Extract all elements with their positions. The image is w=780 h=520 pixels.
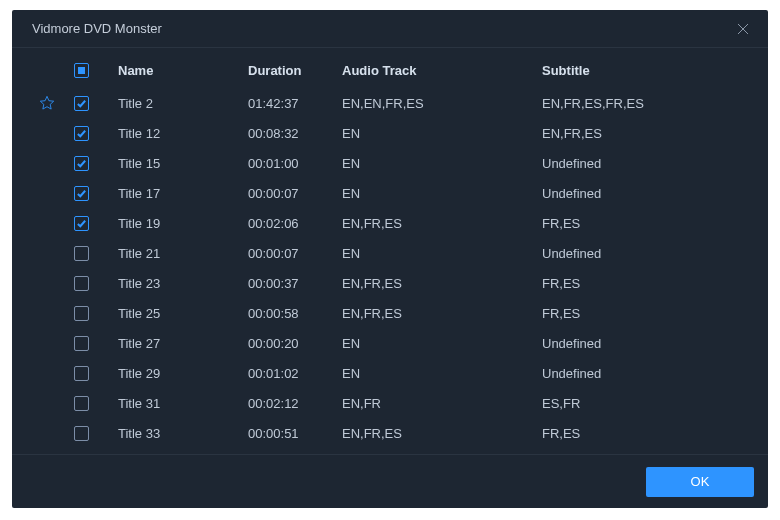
table-row[interactable]: Title 1900:02:06EN,FR,ESFR,ES bbox=[30, 208, 756, 238]
titlebar: Vidmore DVD Monster bbox=[12, 10, 768, 48]
row-checkbox[interactable] bbox=[74, 126, 89, 141]
row-subtitle: Undefined bbox=[542, 186, 756, 201]
content-area: Name Duration Audio Track Subtitle Title… bbox=[12, 48, 768, 454]
row-checkbox[interactable] bbox=[74, 216, 89, 231]
row-subtitle: FR,ES bbox=[542, 306, 756, 321]
svg-marker-2 bbox=[40, 96, 53, 109]
row-audio: EN,FR bbox=[342, 396, 542, 411]
table-header: Name Duration Audio Track Subtitle bbox=[30, 52, 756, 88]
table-row[interactable]: Title 1200:08:32ENEN,FR,ES bbox=[30, 118, 756, 148]
table-body[interactable]: Title 201:42:37EN,EN,FR,ESEN,FR,ES,FR,ES… bbox=[30, 88, 756, 448]
table-row[interactable]: Title 2700:00:20ENUndefined bbox=[30, 328, 756, 358]
row-audio: EN bbox=[342, 126, 542, 141]
row-subtitle: Undefined bbox=[542, 156, 756, 171]
dialog-window: Vidmore DVD Monster Name Duration Audio … bbox=[12, 10, 768, 508]
row-duration: 00:02:12 bbox=[248, 396, 342, 411]
row-audio: EN,FR,ES bbox=[342, 216, 542, 231]
indeterminate-icon bbox=[78, 67, 85, 74]
row-duration: 00:00:07 bbox=[248, 246, 342, 261]
row-check-cell bbox=[64, 426, 98, 441]
table-row[interactable]: Title 2900:01:02ENUndefined bbox=[30, 358, 756, 388]
row-checkbox[interactable] bbox=[74, 396, 89, 411]
close-icon bbox=[736, 22, 750, 36]
row-audio: EN bbox=[342, 246, 542, 261]
row-duration: 00:01:02 bbox=[248, 366, 342, 381]
row-duration: 00:00:37 bbox=[248, 276, 342, 291]
row-subtitle: ES,FR bbox=[542, 396, 756, 411]
row-checkbox[interactable] bbox=[74, 276, 89, 291]
row-check-cell bbox=[64, 276, 98, 291]
row-subtitle: EN,FR,ES,FR,ES bbox=[542, 96, 756, 111]
row-audio: EN bbox=[342, 156, 542, 171]
row-checkbox[interactable] bbox=[74, 186, 89, 201]
table-row[interactable]: Title 1700:00:07ENUndefined bbox=[30, 178, 756, 208]
row-checkbox[interactable] bbox=[74, 336, 89, 351]
row-checkbox[interactable] bbox=[74, 96, 89, 111]
row-duration: 00:00:20 bbox=[248, 336, 342, 351]
row-check-cell bbox=[64, 246, 98, 261]
row-duration: 00:02:06 bbox=[248, 216, 342, 231]
check-icon bbox=[76, 218, 87, 229]
row-name: Title 25 bbox=[98, 306, 248, 321]
check-icon bbox=[76, 128, 87, 139]
table-row[interactable]: Title 3100:02:12EN,FRES,FR bbox=[30, 388, 756, 418]
row-name: Title 27 bbox=[98, 336, 248, 351]
row-duration: 00:00:58 bbox=[248, 306, 342, 321]
row-checkbox[interactable] bbox=[74, 156, 89, 171]
window-title: Vidmore DVD Monster bbox=[32, 21, 162, 36]
row-name: Title 31 bbox=[98, 396, 248, 411]
select-all-checkbox[interactable] bbox=[74, 63, 89, 78]
row-checkbox[interactable] bbox=[74, 306, 89, 321]
column-header-audio[interactable]: Audio Track bbox=[342, 63, 542, 78]
row-checkbox[interactable] bbox=[74, 366, 89, 381]
check-icon bbox=[76, 98, 87, 109]
row-duration: 00:00:51 bbox=[248, 426, 342, 441]
table-row[interactable]: Title 3300:00:51EN,FR,ESFR,ES bbox=[30, 418, 756, 448]
row-name: Title 12 bbox=[98, 126, 248, 141]
row-checkbox[interactable] bbox=[74, 246, 89, 261]
row-checkbox[interactable] bbox=[74, 426, 89, 441]
row-subtitle: Undefined bbox=[542, 336, 756, 351]
row-name: Title 29 bbox=[98, 366, 248, 381]
row-name: Title 21 bbox=[98, 246, 248, 261]
row-name: Title 19 bbox=[98, 216, 248, 231]
close-button[interactable] bbox=[732, 18, 754, 40]
row-check-cell bbox=[64, 336, 98, 351]
row-audio: EN,FR,ES bbox=[342, 306, 542, 321]
row-check-cell bbox=[64, 156, 98, 171]
star-icon[interactable] bbox=[30, 95, 64, 111]
table-row[interactable]: Title 2500:00:58EN,FR,ESFR,ES bbox=[30, 298, 756, 328]
row-name: Title 23 bbox=[98, 276, 248, 291]
row-check-cell bbox=[64, 396, 98, 411]
row-subtitle: Undefined bbox=[542, 366, 756, 381]
row-audio: EN,FR,ES bbox=[342, 276, 542, 291]
row-name: Title 2 bbox=[98, 96, 248, 111]
table-row[interactable]: Title 1500:01:00ENUndefined bbox=[30, 148, 756, 178]
table-row[interactable]: Title 2100:00:07ENUndefined bbox=[30, 238, 756, 268]
row-duration: 00:00:07 bbox=[248, 186, 342, 201]
row-star-cell bbox=[30, 95, 64, 111]
row-subtitle: EN,FR,ES bbox=[542, 126, 756, 141]
row-name: Title 33 bbox=[98, 426, 248, 441]
row-audio: EN bbox=[342, 336, 542, 351]
row-check-cell bbox=[64, 126, 98, 141]
ok-button[interactable]: OK bbox=[646, 467, 754, 497]
row-audio: EN,EN,FR,ES bbox=[342, 96, 542, 111]
row-duration: 00:08:32 bbox=[248, 126, 342, 141]
column-header-subtitle[interactable]: Subtitle bbox=[542, 63, 756, 78]
row-name: Title 17 bbox=[98, 186, 248, 201]
row-audio: EN,FR,ES bbox=[342, 426, 542, 441]
row-check-cell bbox=[64, 306, 98, 321]
column-header-duration[interactable]: Duration bbox=[248, 63, 342, 78]
row-subtitle: FR,ES bbox=[542, 216, 756, 231]
row-check-cell bbox=[64, 186, 98, 201]
row-check-cell bbox=[64, 216, 98, 231]
row-subtitle: FR,ES bbox=[542, 426, 756, 441]
column-header-name[interactable]: Name bbox=[98, 63, 248, 78]
table-row[interactable]: Title 201:42:37EN,EN,FR,ESEN,FR,ES,FR,ES bbox=[30, 88, 756, 118]
table-row[interactable]: Title 2300:00:37EN,FR,ESFR,ES bbox=[30, 268, 756, 298]
row-subtitle: FR,ES bbox=[542, 276, 756, 291]
check-icon bbox=[76, 158, 87, 169]
row-audio: EN bbox=[342, 186, 542, 201]
row-name: Title 15 bbox=[98, 156, 248, 171]
